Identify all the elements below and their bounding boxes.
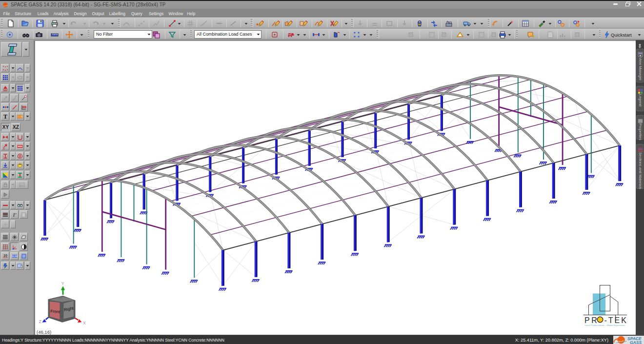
svg-text:-TEK: -TEK [604,316,628,324]
svg-text:T: T [3,114,7,120]
svg-text:Local Professionals - Globa: Local Professionals - Global Experience [585,324,625,326]
svg-text:PR: PR [584,316,599,324]
svg-text:abc: abc [20,183,24,186]
svg-text:I’: I’ [12,212,16,217]
svg-text:Z: Z [39,319,41,324]
svg-text:NUM: NUM [12,255,17,258]
svg-text:(46,16): (46,16) [37,329,51,335]
svg-text:Front: Front [50,309,60,315]
svg-text:GASS: GASS [630,340,642,344]
svg-text:10: 10 [3,254,7,257]
svg-text:X: X [83,321,86,325]
svg-text:Y: Y [61,281,64,286]
